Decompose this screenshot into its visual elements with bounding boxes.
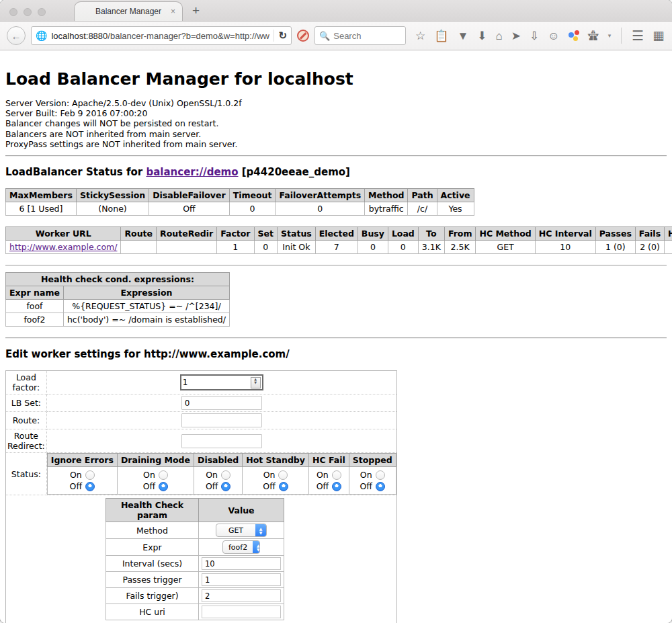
load-factor-field-wrap: ▲▼	[180, 374, 263, 390]
hot-standby-off-radio[interactable]	[279, 482, 288, 491]
tab-title: Balancer Manager	[95, 7, 161, 16]
fails-input[interactable]	[202, 589, 281, 602]
page-content: Load Balancer Manager for localhost Serv…	[0, 50, 672, 623]
divider	[5, 155, 667, 157]
method-select-value: GET	[216, 526, 255, 535]
edit-worker-heading: Edit worker settings for http://www.exam…	[5, 348, 667, 360]
reload-icon[interactable]: ↻	[278, 30, 287, 42]
new-tab-button[interactable]: +	[192, 3, 200, 18]
expression-cell: %{REQUEST_STATUS} =~ /^[234]/	[63, 300, 229, 313]
hc-method-label: Method	[106, 522, 199, 539]
search-input[interactable]	[333, 31, 394, 41]
balancer-demo-link[interactable]: balancer://demo	[146, 166, 238, 178]
tab-close-icon[interactable]: ×	[171, 7, 175, 15]
worker-header-cell: Load	[388, 227, 418, 241]
hc-header-row: Health Check paramValue	[106, 499, 284, 522]
balancer-header-cell: FailoverAttempts	[276, 189, 365, 202]
chevron-down-icon[interactable]: ▾	[608, 32, 612, 39]
adblock-icon[interactable]	[297, 30, 309, 42]
number-spinner[interactable]: ▲▼	[251, 377, 261, 388]
maxmembers-cell: 6 [1 Used]	[6, 202, 77, 216]
stopped-off-radio[interactable]	[376, 482, 385, 491]
send-tab-icon[interactable]: ➤	[511, 30, 521, 42]
server-version-line: Server Version: Apache/2.5.0-dev (Unix) …	[5, 98, 667, 108]
disabled-off-radio[interactable]	[221, 482, 230, 491]
method-select[interactable]: GET ▲▼	[216, 524, 267, 537]
hc-params-row: Health Check paramValue Method GET ▲▼	[6, 495, 397, 623]
status-radios-row: On Off On Off On Off	[47, 467, 396, 495]
draining-mode-off-radio[interactable]	[159, 482, 168, 491]
url-path: /balancer-manager?b=demo&w=http://www.ex…	[108, 31, 269, 41]
balancer-header-cell: Method	[365, 189, 408, 202]
expression-cell: hc('body') =~ /domain is established/	[63, 313, 229, 327]
route-input[interactable]	[181, 413, 262, 427]
load-factor-row: Load factor: ▲▼	[6, 371, 397, 394]
spinner-down-icon[interactable]: ▼	[254, 382, 257, 386]
route-row: Route:	[6, 412, 397, 429]
load-factor-input[interactable]	[183, 378, 251, 387]
url-text[interactable]: localhost:8880/balancer-manager?b=demo&w…	[51, 31, 269, 41]
ignore-errors-off-radio[interactable]	[85, 482, 95, 491]
worker-url-link[interactable]: http://www.example.com/	[9, 242, 117, 252]
balancer-header-row: MaxMembersStickySessionDisableFailoverTi…	[6, 189, 474, 202]
status-label: Status:	[6, 453, 47, 495]
sidebar-download-icon[interactable]: ⇩	[530, 30, 539, 42]
disabled-on-radio[interactable]	[221, 470, 230, 480]
interval-input[interactable]	[202, 557, 281, 570]
hc-passes-label: Passes trigger	[106, 572, 199, 588]
urlbar-divider	[274, 30, 274, 42]
extension-colordots-icon[interactable]	[569, 30, 579, 41]
expr-name-cell: foof	[6, 300, 64, 313]
hc-expr-label: Expr	[106, 539, 199, 556]
back-button[interactable]: ←	[7, 26, 26, 45]
inherit-note-line: Balancers are NOT inherited from main se…	[5, 129, 667, 139]
worker-header-cell: Status	[278, 227, 316, 241]
hc-uri-input[interactable]	[202, 606, 281, 618]
status-col-disabled: Disabled	[194, 454, 243, 467]
balancer-status-table: MaxMembersStickySessionDisableFailoverTi…	[5, 188, 474, 216]
off-label: Off	[143, 481, 155, 491]
on-label: On	[70, 470, 82, 480]
hc-expr-title: Health check cond. expressions:	[6, 273, 230, 286]
search-box[interactable]: 🔍	[314, 26, 406, 45]
factor-cell: 1	[217, 241, 254, 254]
bookmark-star-icon[interactable]: ☆	[415, 30, 425, 42]
hc-uri-cell	[665, 241, 672, 254]
expr-select[interactable]: foof2 ▲▼	[222, 540, 260, 554]
tab-balancer-manager[interactable]: Balancer Manager ×	[74, 1, 183, 21]
stopped-on-radio[interactable]	[376, 470, 385, 480]
lb-set-input[interactable]	[181, 396, 262, 410]
hc-method-row: Method GET ▲▼	[106, 522, 284, 539]
zoom-window-button[interactable]	[38, 8, 46, 16]
tiles-icon[interactable]: ▦	[653, 28, 664, 43]
reading-list-icon[interactable]: 📋	[434, 30, 448, 42]
container-icon[interactable]: 🛣	[588, 30, 599, 42]
home-icon[interactable]: ⌂	[496, 30, 503, 42]
hot-standby-on-radio[interactable]	[278, 470, 288, 480]
worker-status-table: Worker URLRouteRouteRedirFactorSetStatus…	[5, 226, 672, 254]
balancer-header-cell: Active	[437, 189, 474, 202]
draining-mode-on-radio[interactable]	[159, 470, 168, 480]
status-table: Ignore Errors Draining Mode Disabled Hot…	[47, 453, 396, 495]
menu-hamburger-icon[interactable]: ☰	[632, 28, 644, 44]
load-cell: 0	[388, 241, 418, 254]
downloads-icon[interactable]: ⬇	[477, 30, 487, 42]
balancer-header-cell: Path	[408, 189, 437, 202]
hc-fail-off-radio[interactable]	[332, 482, 341, 491]
close-window-button[interactable]	[9, 8, 17, 16]
toolbar-icons: ☆ 📋 ▼ ⬇ ⌂ ➤ ⇩ ☺ 🛣 ▾ ☰ ▦	[415, 28, 664, 44]
status-col-ignore-errors: Ignore Errors	[47, 454, 117, 467]
hot-standby-radios: On Off	[243, 467, 309, 495]
pocket-icon[interactable]: ▼	[457, 30, 468, 42]
hc-header-cell: Value	[199, 499, 284, 522]
url-bar[interactable]: 🌐 localhost:8880/balancer-manager?b=demo…	[31, 26, 292, 45]
ignore-errors-on-radio[interactable]	[85, 470, 95, 480]
hc-interval-label: Interval (secs)	[106, 556, 199, 572]
active-cell: Yes	[437, 202, 474, 216]
chat-smiley-icon[interactable]: ☺	[548, 30, 559, 42]
hc-fail-on-radio[interactable]	[332, 470, 341, 480]
passes-input[interactable]	[202, 573, 281, 586]
worker-header-cell: Busy	[358, 227, 388, 241]
route-redirect-input[interactable]	[181, 434, 262, 448]
minimize-window-button[interactable]	[24, 8, 32, 16]
